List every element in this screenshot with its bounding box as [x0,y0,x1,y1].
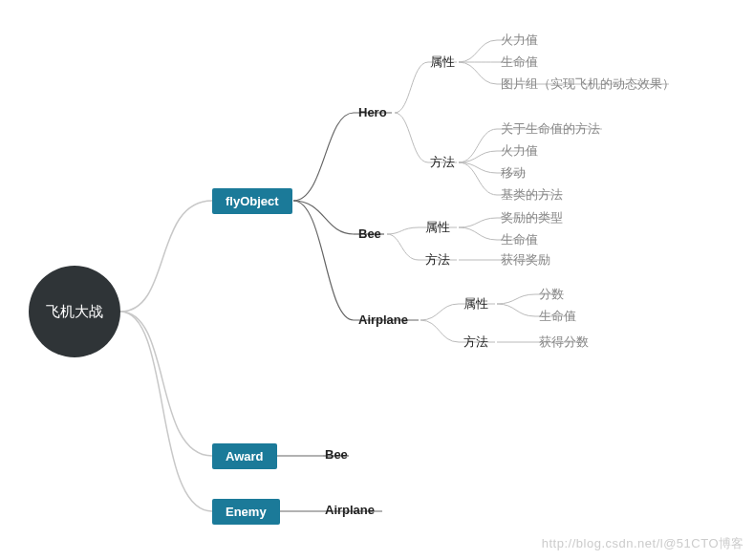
award-child-bee[interactable]: Bee [325,447,348,462]
award-label: Award [226,449,264,463]
root-node[interactable]: 飞机大战 [29,266,120,357]
node-enemy[interactable]: Enemy [212,499,280,525]
hero-attr-0: 火力值 [501,32,538,49]
node-award[interactable]: Award [212,443,277,469]
hero-attr-2: 图片组（实现飞机的动态效果） [501,75,675,93]
node-bee[interactable]: Bee [358,226,381,241]
root-label: 飞机大战 [46,303,103,321]
hero-method-2: 移动 [501,164,526,182]
airplane-method-0: 获得分数 [539,334,589,351]
enemy-child-airplane[interactable]: Airplane [325,503,375,517]
watermark: http://blog.csdn.net/l@51CTO博客 [542,535,744,552]
flyobject-label: flyObject [226,194,279,208]
bee-attr-0: 奖励的类型 [501,209,563,226]
node-flyobject[interactable]: flyObject [212,188,292,214]
hero-method-0: 关于生命值的方法 [501,120,600,138]
enemy-label: Enemy [226,505,267,519]
airplane-attr-1: 生命值 [539,308,576,325]
airplane-attr-label: 属性 [463,295,488,312]
node-airplane[interactable]: Airplane [358,312,408,327]
bee-method-label: 方法 [425,251,450,269]
bee-method-0: 获得奖励 [501,251,550,269]
bee-attr-1: 生命值 [501,231,538,248]
airplane-attr-0: 分数 [539,286,564,303]
bee-attr-label: 属性 [425,219,450,236]
node-hero[interactable]: Hero [358,105,387,119]
hero-method-1: 火力值 [501,142,538,160]
hero-method-label: 方法 [430,154,455,171]
hero-attr-1: 生命值 [501,54,538,71]
airplane-method-label: 方法 [463,334,488,351]
hero-method-3: 基类的方法 [501,186,563,204]
hero-attr-label: 属性 [430,54,455,71]
